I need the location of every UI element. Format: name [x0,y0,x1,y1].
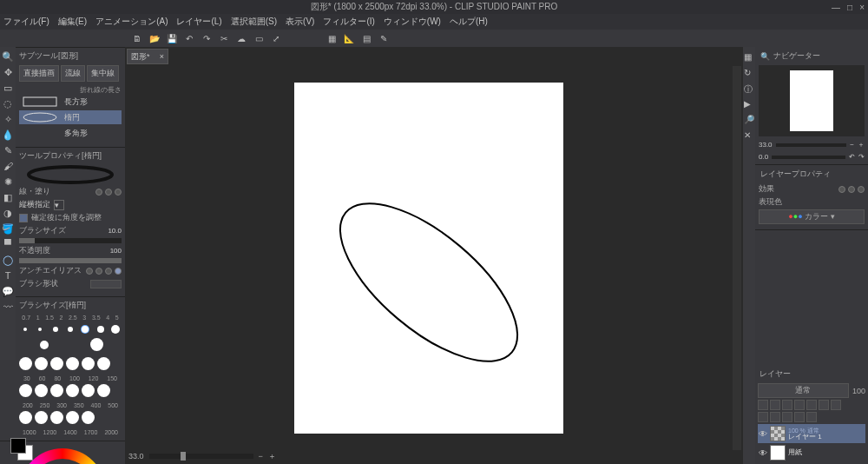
brush-dot[interactable] [82,384,95,397]
select-icon[interactable]: ▭ [252,31,266,45]
correct-tool-icon[interactable]: 〰 [2,301,14,313]
shape-tool-icon[interactable]: ◯ [2,254,14,266]
grid-icon[interactable]: ▤ [359,31,373,45]
gradient-tool-icon[interactable]: ▀ [2,238,14,250]
brush-dot[interactable] [90,338,103,351]
fg-color[interactable] [10,438,26,454]
brush-dot[interactable] [66,384,79,397]
blend-tool-icon[interactable]: ◑ [2,207,14,219]
shape-rectangle[interactable]: 長方形 [19,95,122,109]
new-folder-button[interactable] [770,412,780,422]
close-tab-icon[interactable]: × [160,52,164,61]
merge-button[interactable] [794,412,805,422]
layer-lock-button[interactable] [758,400,768,410]
aspect-toggle[interactable]: ▾ [54,200,64,210]
brush-dot[interactable] [68,327,73,332]
fill-tool-icon[interactable]: 🪣 [2,222,14,235]
brush-dot[interactable] [19,384,32,397]
move-tool-icon[interactable]: ✥ [2,66,14,78]
new-icon[interactable]: 🗎 [130,31,144,45]
material-icon[interactable]: ▦ [744,52,754,63]
zoom-in-icon[interactable]: ＋ [268,451,276,462]
ruler-icon[interactable]: 📐 [342,31,356,45]
brush-dot[interactable] [23,328,27,331]
zoom-in-icon[interactable]: ＋ [858,140,865,149]
subtool-tab-stream[interactable]: 流線 [61,65,85,82]
visibility-icon[interactable]: 👁 [759,448,767,458]
zoom-out-icon[interactable]: − [259,452,263,461]
shape-ellipse[interactable]: 楕円 [19,110,122,124]
rotate-left-icon[interactable]: ↶ [849,153,855,161]
brush-tool-icon[interactable]: 🖌 [2,160,14,172]
brush-dot[interactable] [66,357,79,370]
brush-dot[interactable] [111,325,120,334]
brush-dot[interactable] [97,384,110,397]
menu-window[interactable]: ウィンドウ(W) [384,16,441,28]
new-layer-button[interactable] [758,412,768,422]
brush-dot[interactable] [19,411,32,424]
layer-ruler-button[interactable] [819,400,829,410]
menu-animation[interactable]: アニメーション(A) [95,16,168,28]
delete-layer-button[interactable] [806,412,817,422]
menu-layer[interactable]: レイヤー(L) [176,16,221,28]
brush-dot[interactable] [66,411,79,424]
expression-select[interactable]: ●●● カラー ▾ [759,209,865,224]
brush-dot[interactable] [97,326,104,333]
vertical-scrollbar[interactable] [733,66,741,450]
visibility-icon[interactable]: 👁 [759,429,767,439]
info-icon[interactable]: ⓘ [744,83,754,94]
zoom-tool-icon[interactable]: 🔍 [2,50,14,63]
eraser-tool-icon[interactable]: ◧ [2,191,14,203]
canvas-tab[interactable]: 図形* × [127,49,168,64]
airbrush-tool-icon[interactable]: ✺ [2,176,14,188]
maximize-button[interactable]: □ [847,3,852,12]
layer-draft-button[interactable] [794,400,805,410]
snap-icon[interactable]: ▦ [325,31,339,45]
transfer-button[interactable] [782,412,792,422]
effect-options[interactable] [838,186,865,193]
assist-icon[interactable]: ✎ [377,31,391,45]
rotate-right-icon[interactable]: ↷ [858,153,865,161]
brush-dot[interactable] [82,357,95,370]
layer-clip-button[interactable] [770,400,780,410]
brush-dot[interactable] [40,341,49,349]
layer-ref-button[interactable] [782,400,792,410]
shape-polygon[interactable]: 多角形 [19,126,122,140]
brush-dot[interactable] [50,357,63,370]
menu-filter[interactable]: フィルター(I) [323,16,374,28]
fit-icon[interactable]: ⤢ [269,31,283,45]
brush-dot[interactable] [97,357,110,370]
autoaction-icon[interactable]: ▶ [744,99,754,109]
brush-dot[interactable] [82,326,89,333]
menu-view[interactable]: 表示(V) [286,16,314,28]
blend-mode-select[interactable]: 通常 [758,383,849,398]
wand-tool-icon[interactable]: ✧ [2,113,14,125]
canvas-viewport[interactable] [128,66,729,450]
brush-dot[interactable] [35,384,48,397]
menu-file[interactable]: ファイル(F) [3,16,49,28]
open-icon[interactable]: 📂 [148,31,161,45]
zoom-slider[interactable] [149,454,253,459]
brush-dot[interactable] [82,411,95,424]
color-swatch[interactable] [10,438,33,461]
history-icon[interactable]: ↻ [744,68,754,78]
redo-icon[interactable]: ↷ [200,31,214,45]
select-tool-icon[interactable]: ▭ [2,82,14,94]
brush-dot[interactable] [50,411,63,424]
subtool-tab-direct[interactable]: 直接描画 [19,65,59,82]
brush-dot[interactable] [53,327,58,332]
cloud-icon[interactable]: ☁ [234,31,248,45]
delete-icon[interactable]: ✂ [217,31,231,45]
canvas-page[interactable] [294,83,563,434]
navigator-angle-slider[interactable] [772,156,845,159]
navigator-zoom-slider[interactable] [776,143,847,147]
line-fill-options[interactable] [95,189,122,196]
minimize-button[interactable]: — [832,3,840,12]
close-strip-icon[interactable]: ✕ [744,130,754,141]
search-icon[interactable]: 🔍 [760,52,770,61]
layer-row[interactable]: 👁 用紙 [758,443,865,462]
aa-options[interactable] [86,268,122,275]
opacity-slider[interactable] [19,258,122,263]
search-icon[interactable]: 🔎 [744,115,754,125]
brush-size-slider[interactable] [19,238,122,243]
